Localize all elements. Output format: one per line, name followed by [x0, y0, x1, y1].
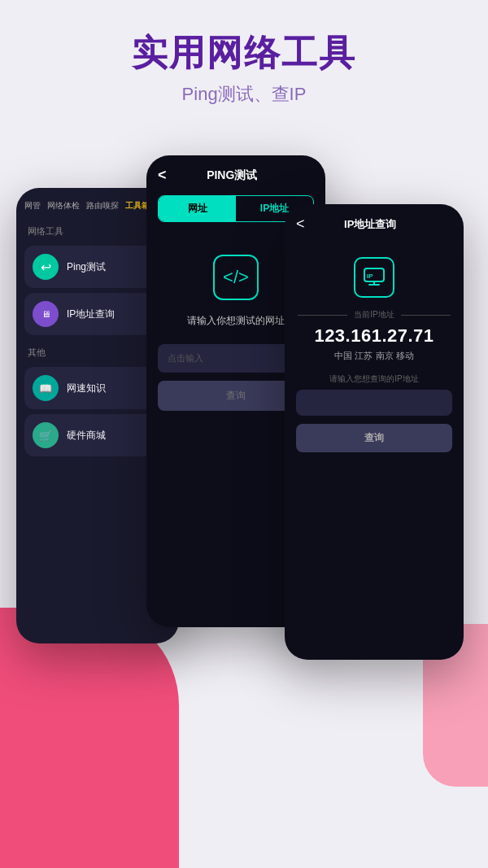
- ping-icon: ↩: [33, 254, 59, 280]
- phone-ip-query: < IP地址查询 IP 当前IP地址 123.161.27.71 中国 江苏 南…: [285, 204, 464, 660]
- ip-input-hint: 请输入您想查询的IP地址: [285, 373, 464, 385]
- phone2-header: < PING测试: [146, 155, 325, 192]
- tab-luyouXiutan[interactable]: 路由嗅探: [86, 200, 119, 212]
- main-subtitle: Ping测试、查IP: [16, 82, 472, 107]
- ping-input-placeholder: 点击输入: [168, 353, 203, 363]
- ip-query-label: 查询: [364, 432, 384, 443]
- network-knowledge-label: 网速知识: [67, 382, 106, 395]
- ip-address-value: 123.161.27.71: [285, 325, 464, 347]
- app-header: 实用网络工具 Ping测试、查IP: [0, 0, 488, 123]
- tab-url[interactable]: 网址: [159, 196, 236, 221]
- hardware-store-label: 硬件商城: [67, 429, 106, 443]
- ip-icon-area: IP: [285, 257, 464, 298]
- ip-search-input[interactable]: [296, 390, 452, 416]
- main-title: 实用网络工具: [16, 29, 472, 77]
- tab-wangluoTijian[interactable]: 网络体检: [47, 200, 80, 212]
- store-icon: 🛒: [33, 422, 59, 448]
- ping-query-label: 查询: [226, 390, 246, 401]
- current-ip-divider: 当前IP地址: [298, 309, 451, 321]
- ping-hint: 请输入你想测试的网址: [187, 313, 285, 328]
- code-brackets-icon: </>: [213, 255, 259, 300]
- back-button-ping[interactable]: <: [158, 167, 167, 184]
- current-ip-label: 当前IP地址: [354, 309, 394, 321]
- phones-container: 网管 网络体检 路由嗅探 工具箱 ⚙ 网络工具 ↩ Ping测试 › 🖥 IP地…: [16, 139, 472, 774]
- ip-label: IP地址查询: [67, 308, 115, 321]
- ip-monitor-icon: IP: [354, 257, 394, 298]
- tab-wangguan[interactable]: 网管: [24, 200, 41, 212]
- ip-query-title: IP地址查询: [305, 217, 436, 232]
- ping-test-title: PING测试: [167, 168, 298, 183]
- phone3-header: < IP地址查询: [285, 204, 464, 241]
- back-button-ip[interactable]: <: [296, 216, 305, 233]
- ip-query-button[interactable]: 查询: [296, 424, 452, 452]
- book-icon: 📖: [33, 375, 59, 401]
- ip-location: 中国 江苏 南京 移动: [285, 350, 464, 362]
- svg-text:IP: IP: [367, 273, 373, 280]
- ip-icon: 🖥: [33, 301, 59, 327]
- ping-label: Ping测试: [67, 260, 106, 274]
